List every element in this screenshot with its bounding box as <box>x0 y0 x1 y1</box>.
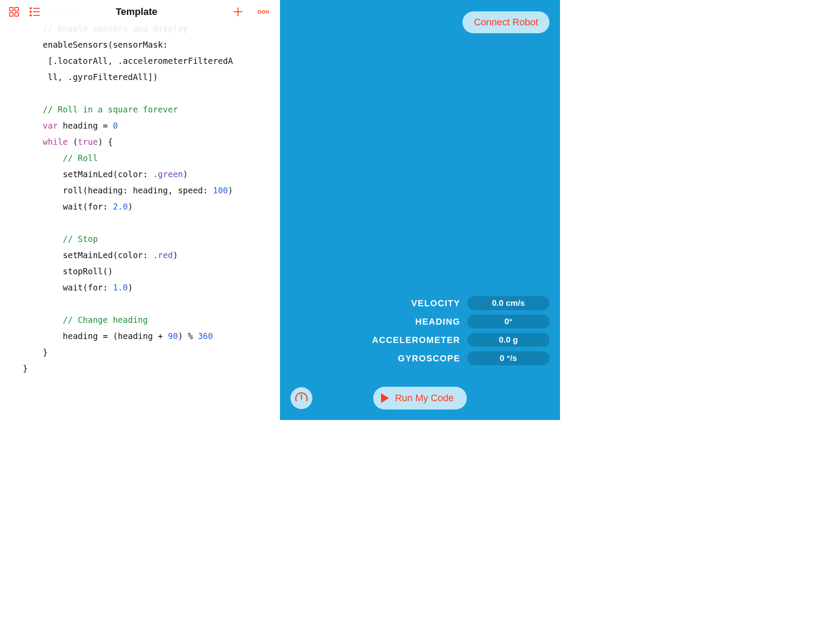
sensor-value: 0.0 g <box>467 333 550 347</box>
more-icon[interactable] <box>256 5 270 19</box>
svg-point-6 <box>30 11 32 13</box>
sensor-label: HEADING <box>331 317 460 327</box>
code-scroll[interactable]: func onReady() { // Enable sensors and d… <box>0 0 280 420</box>
sensor-value: 0 °/s <box>467 351 550 365</box>
code-editor-pane: func onReady() { // Enable sensors and d… <box>0 0 280 420</box>
sensor-value: 0° <box>467 315 550 329</box>
svg-point-8 <box>30 15 32 16</box>
page-title: Template <box>42 6 231 18</box>
sensor-row: ACCELEROMETER0.0 g <box>331 332 550 347</box>
robot-pane: Connect Robot VELOCITY0.0 cm/sHEADING0°A… <box>280 0 560 420</box>
sensor-value: 0.0 cm/s <box>467 296 550 310</box>
svg-rect-1 <box>15 7 18 11</box>
sensor-label: VELOCITY <box>331 298 460 308</box>
svg-rect-3 <box>15 13 18 16</box>
run-code-button[interactable]: Run My Code <box>373 387 467 410</box>
grid-icon[interactable] <box>7 5 21 19</box>
svg-point-13 <box>262 10 265 13</box>
sensor-row: HEADING0° <box>331 314 550 329</box>
svg-rect-2 <box>10 13 13 16</box>
sensor-row: GYROSCOPE0 °/s <box>331 351 550 366</box>
svg-point-12 <box>258 10 261 13</box>
sensor-readouts: VELOCITY0.0 cm/sHEADING0°ACCELEROMETER0.… <box>331 296 550 366</box>
sensor-row: VELOCITY0.0 cm/s <box>331 296 550 311</box>
svg-point-4 <box>30 8 32 9</box>
svg-rect-0 <box>10 7 13 11</box>
sensor-label: GYROSCOPE <box>331 354 460 364</box>
play-icon <box>381 393 389 403</box>
editor-toolbar: Template <box>0 0 280 24</box>
bottom-bar: Run My Code <box>280 387 560 410</box>
run-code-label: Run My Code <box>395 392 454 404</box>
list-icon[interactable] <box>28 5 42 19</box>
connect-robot-button[interactable]: Connect Robot <box>462 11 550 33</box>
speed-gauge-button[interactable] <box>290 387 312 409</box>
svg-point-14 <box>266 10 269 13</box>
code-content: func onReady() { // Enable sensors and d… <box>0 0 280 377</box>
plus-icon[interactable] <box>231 5 245 19</box>
sensor-label: ACCELEROMETER <box>331 335 460 345</box>
